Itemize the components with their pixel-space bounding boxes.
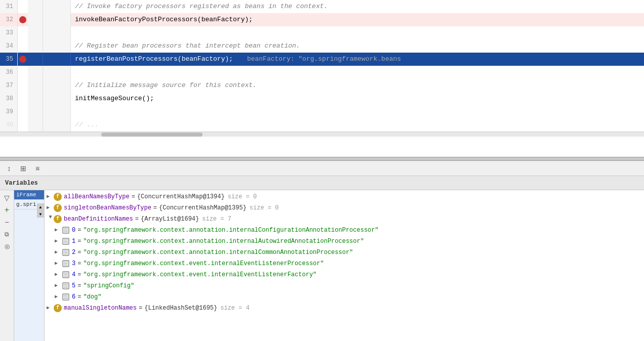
idx-label-4: 4 bbox=[72, 269, 75, 280]
vars-list[interactable]: ▶ f allBeanNamesByType = {ConcurrentHash… bbox=[45, 190, 644, 341]
add-button[interactable]: + bbox=[2, 204, 13, 216]
breakpoint-zone-39[interactable] bbox=[18, 105, 28, 118]
code-content-34: // Register bean processors that interce… bbox=[71, 39, 644, 53]
var-val-1: {ConcurrentHashMap@1395} bbox=[159, 202, 247, 214]
expand-arrow-1[interactable]: ▶ bbox=[47, 202, 54, 214]
side-buttons: ▽ + − ⧉ ◎ bbox=[0, 190, 14, 341]
line-number-33: 33 bbox=[0, 26, 18, 39]
line-number-35: 35 bbox=[0, 53, 18, 66]
breakpoint-32 bbox=[19, 16, 26, 23]
breakpoint-zone-38[interactable] bbox=[18, 92, 28, 105]
sort-button[interactable]: ≡ bbox=[31, 162, 44, 175]
var-val-0: {ConcurrentHashMap@1394} bbox=[137, 191, 225, 202]
line-number-34: 34 bbox=[0, 39, 18, 53]
idx-val-4: "org.springframework.context.event.inter… bbox=[83, 269, 316, 280]
expand-arrow-2[interactable]: ▶ bbox=[45, 216, 56, 223]
expand-arrow-idx1[interactable]: ▶ bbox=[55, 236, 62, 247]
var-row-idx4[interactable]: ▶ 4 = "org.springframework.context.event… bbox=[45, 269, 644, 280]
breakpoint-zone-36[interactable] bbox=[18, 66, 28, 79]
code-content-39 bbox=[71, 105, 644, 118]
var-eq-1: = bbox=[153, 202, 157, 214]
type-icon-0: f bbox=[54, 193, 62, 201]
line-number-36: 36 bbox=[0, 66, 18, 79]
type-icon-3: f bbox=[54, 304, 62, 312]
var-row-idx6[interactable]: ▶ 6 = "dog" bbox=[45, 291, 644, 303]
list-icon-idx0 bbox=[62, 226, 70, 234]
code-content-33 bbox=[71, 26, 644, 39]
breakpoint-zone-35[interactable] bbox=[18, 53, 28, 66]
scroll-down[interactable]: ▼ bbox=[37, 210, 44, 218]
breakpoint-zone-37[interactable] bbox=[18, 79, 28, 92]
expand-arrow-idx3[interactable]: ▶ bbox=[55, 258, 62, 269]
idx-label-0: 0 bbox=[72, 225, 75, 236]
stack-frame-0[interactable]: iFrame bbox=[14, 190, 44, 200]
idx-val-6: "dog" bbox=[83, 291, 101, 303]
breakpoint-zone-31[interactable] bbox=[18, 0, 28, 13]
var-meta-3: size = 4 bbox=[220, 303, 250, 314]
expand-arrow-idx0[interactable]: ▶ bbox=[55, 225, 62, 236]
var-name-0: allBeanNamesByType bbox=[64, 191, 130, 202]
breakpoint-zone-32[interactable] bbox=[18, 13, 28, 26]
line-number-37: 37 bbox=[0, 79, 18, 92]
view-button[interactable]: ◎ bbox=[2, 241, 13, 252]
scroll-up[interactable]: ▲ bbox=[37, 203, 44, 210]
expand-arrow-idx4[interactable]: ▶ bbox=[55, 269, 62, 280]
list-icon-idx4 bbox=[62, 271, 70, 279]
list-icon-idx1 bbox=[62, 237, 70, 245]
var-row-allBeanNamesByType[interactable]: ▶ f allBeanNamesByType = {ConcurrentHash… bbox=[45, 191, 644, 202]
code-content-36 bbox=[71, 66, 644, 79]
restore-button[interactable]: ↕ bbox=[3, 162, 15, 175]
table-view-button[interactable]: ⊞ bbox=[17, 162, 29, 175]
idx-label-3: 3 bbox=[72, 258, 75, 269]
var-val-2: {ArrayList@1694} bbox=[141, 214, 199, 225]
var-row-idx0[interactable]: ▶ 0 = "org.springframework.context.annot… bbox=[45, 225, 644, 236]
filter-button[interactable]: ▽ bbox=[2, 192, 13, 203]
copy-button[interactable]: ⧉ bbox=[2, 229, 13, 240]
code-content-31: // Invoke factory processors registered … bbox=[71, 0, 644, 13]
horizontal-scrollbar[interactable] bbox=[0, 132, 644, 137]
idx-val-2: "org.springframework.context.annotation.… bbox=[83, 247, 353, 258]
stack-frames: iFrame g.spri ▲ ▼ bbox=[14, 190, 45, 341]
idx-label-6: 6 bbox=[72, 291, 75, 303]
expand-arrow-3[interactable]: ▶ bbox=[47, 303, 54, 314]
code-line-33: 33 bbox=[0, 26, 644, 39]
var-name-2: beanDefinitionNames bbox=[64, 214, 133, 225]
var-row-beanDefinitionNames[interactable]: ▶ f beanDefinitionNames = {ArrayList@169… bbox=[45, 214, 644, 225]
var-row-idx3[interactable]: ▶ 3 = "org.springframework.context.event… bbox=[45, 258, 644, 269]
var-meta-1: size = 0 bbox=[250, 202, 279, 214]
list-icon-idx5 bbox=[62, 282, 70, 290]
code-line-35: 35 registerBeanPostProcessors(beanFactor… bbox=[0, 53, 644, 66]
code-line-36: 36 bbox=[0, 66, 644, 79]
code-content-40: // ... bbox=[71, 118, 644, 132]
minus-button[interactable]: − bbox=[2, 217, 13, 228]
breakpoint-zone-34[interactable] bbox=[18, 39, 28, 53]
line-number-31: 31 bbox=[0, 0, 18, 13]
idx-val-5: "springConfig" bbox=[83, 280, 134, 291]
var-row-manualSingletonNames[interactable]: ▶ f manualSingletonNames = {LinkedHashSe… bbox=[45, 303, 644, 314]
idx-label-1: 1 bbox=[72, 236, 75, 247]
breakpoint-zone-40[interactable] bbox=[18, 118, 28, 132]
code-content-35: registerBeanPostProcessors(beanFactory);… bbox=[71, 53, 644, 66]
idx-val-1: "org.springframework.context.annotation.… bbox=[83, 236, 364, 247]
line-number-38: 38 bbox=[0, 92, 18, 105]
var-name-1: singletonBeanNamesByType bbox=[64, 202, 151, 214]
var-row-singletonBeanNamesByType[interactable]: ▶ f singletonBeanNamesByType = {Concurre… bbox=[45, 202, 644, 214]
var-eq-0: = bbox=[132, 191, 135, 202]
list-icon-idx6 bbox=[62, 293, 70, 301]
expand-arrow-idx6[interactable]: ▶ bbox=[55, 291, 62, 303]
panel-divider[interactable] bbox=[0, 157, 644, 161]
expand-arrow-0[interactable]: ▶ bbox=[47, 191, 54, 202]
var-row-idx1[interactable]: ▶ 1 = "org.springframework.context.annot… bbox=[45, 236, 644, 247]
var-val-3: {LinkedHashSet@1695} bbox=[144, 303, 217, 314]
code-line-34: 34 // Register bean processors that inte… bbox=[0, 39, 644, 53]
line-number-39: 39 bbox=[0, 105, 18, 118]
var-row-idx2[interactable]: ▶ 2 = "org.springframework.context.annot… bbox=[45, 247, 644, 258]
ide-window: 31 // Invoke factory processors register… bbox=[0, 0, 644, 341]
expand-arrow-idx2[interactable]: ▶ bbox=[55, 247, 62, 258]
expand-arrow-idx5[interactable]: ▶ bbox=[55, 280, 62, 291]
debug-toolbar: ↕ ⊞ ≡ bbox=[0, 161, 644, 176]
var-row-idx5[interactable]: ▶ 5 = "springConfig" bbox=[45, 280, 644, 291]
code-line-38: 38 initMessageSource(); bbox=[0, 92, 644, 105]
code-line-37: 37 // Initialize message source for this… bbox=[0, 79, 644, 92]
breakpoint-zone-33[interactable] bbox=[18, 26, 28, 39]
